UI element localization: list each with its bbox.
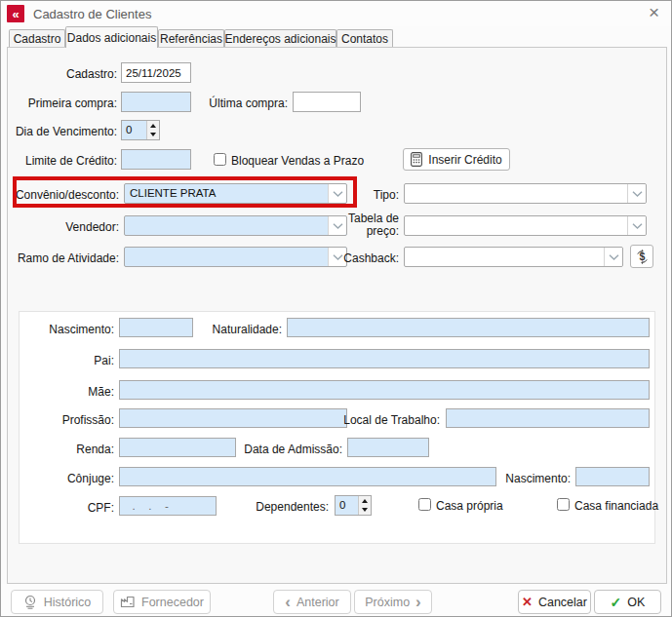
dependentes-value: 0 [336,496,358,515]
limite-credito-label: Limite de Crédito: [25,154,117,168]
historico-label: Histórico [44,596,92,609]
tipo-value [405,184,627,203]
profissao-label: Profissão: [62,413,114,427]
spin-up-icon[interactable] [359,496,371,506]
tab-dados-adicionais[interactable]: Dados adicionais [65,26,158,48]
inserir-credito-button[interactable]: Inserir Crédito [403,148,510,171]
conjuge-label: Cônjuge: [67,472,114,485]
convenio-combobox[interactable]: CLIENTE PRATA [124,183,347,204]
tabela-preco-combobox[interactable] [404,215,647,236]
dia-vencimento-label: Dia de Vencimento: [16,125,117,138]
fornecedor-button[interactable]: Fornecedor [113,590,211,614]
titlebar[interactable]: « Cadastro de Clientes × [1,1,671,26]
ok-check-icon: ✓ [611,595,622,610]
casa-financiada-label: Casa financiada [574,499,658,513]
tab-referencias[interactable]: Referências [158,29,224,47]
vendedor-combobox[interactable] [124,215,347,236]
cashback-value [405,248,604,266]
app-logo-icon: « [7,5,24,22]
data-admissao-label: Data de Admissão: [244,443,342,456]
window-cadastro-de-clientes: « Cadastro de Clientes × Cadastro Dados … [0,0,672,617]
conjuge-nascimento-input[interactable] [575,467,650,486]
spin-down-icon[interactable] [147,131,159,140]
casa-financiada-checkbox[interactable] [557,498,570,511]
ultima-compra-label: Última compra: [209,96,288,110]
vendedor-value [125,216,328,235]
cadastro-date-input[interactable] [121,62,191,83]
convenio-label: Convênio/desconto: [16,188,119,202]
ramo-atividade-value [125,248,328,266]
ultima-compra-input[interactable] [293,92,361,112]
spin-down-icon[interactable] [359,506,371,516]
chevron-down-icon[interactable] [627,216,646,235]
primeira-compra-label: Primeira compra: [28,96,117,110]
nascimento-input[interactable] [119,318,193,337]
bloquear-vendas-label: Bloquear Vendas a Prazo [231,154,364,168]
ok-button[interactable]: ✓ OK [594,590,661,614]
anterior-label: Anterior [296,596,339,609]
tipo-combobox[interactable] [404,183,647,204]
chevron-down-icon[interactable] [328,184,346,203]
ramo-atividade-combobox[interactable] [124,247,347,267]
renda-label: Renda: [76,443,114,456]
dependentes-label: Dependentes: [256,500,329,514]
proximo-button[interactable]: Próximo › [354,590,432,614]
cashback-combobox[interactable] [404,247,623,267]
conjuge-nascimento-label: Nascimento: [505,472,571,485]
mae-label: Mãe: [88,385,114,399]
chevron-left-icon: ‹ [285,595,291,609]
bloquear-vendas-checkbox[interactable] [214,153,226,166]
proximo-label: Próximo [365,596,410,609]
tab-contatos[interactable]: Contatos [336,29,393,47]
historico-button[interactable]: Histórico [11,590,103,614]
casa-propria-label: Casa própria [436,499,503,513]
tabela-preco-value [405,216,627,235]
naturalidade-label: Naturalidade: [213,323,282,336]
chevron-down-icon[interactable] [604,248,622,266]
nascimento-label: Nascimento: [49,323,114,336]
vendedor-label: Vendedor: [65,220,119,234]
renda-input[interactable] [119,438,236,457]
casa-propria-checkbox[interactable] [418,498,431,511]
ramo-atividade-label: Ramo de Atividade: [18,251,119,265]
close-icon[interactable]: × [649,3,659,22]
cpf-input[interactable] [119,496,217,516]
data-admissao-input[interactable] [347,438,429,457]
ok-label: OK [627,596,645,609]
local-trabalho-label: Local de Trabalho: [343,413,440,427]
cashback-label: Cashback: [343,251,399,265]
profissao-input[interactable] [119,408,347,428]
conjuge-input[interactable] [119,467,496,486]
dependentes-stepper[interactable]: 0 [335,495,372,516]
cpf-label: CPF: [88,501,114,515]
dia-vencimento-value: 0 [122,121,146,139]
mae-input[interactable] [119,380,650,400]
dia-vencimento-stepper[interactable]: 0 [121,120,160,140]
chevron-right-icon: › [415,595,421,609]
limite-credito-input[interactable] [121,149,191,170]
anterior-button[interactable]: ‹ Anterior [273,590,351,614]
pai-input[interactable] [119,349,650,368]
cashback-exchange-button[interactable]: $ [630,245,653,268]
primeira-compra-input[interactable] [121,92,191,112]
window-title: Cadastro de Clientes [33,7,151,21]
convenio-value: CLIENTE PRATA [125,184,328,203]
pai-label: Pai: [94,354,114,367]
calculator-icon [411,152,422,167]
chevron-down-icon[interactable] [627,184,646,203]
money-exchange-icon: $ [635,250,650,264]
cancelar-label: Cancelar [538,596,587,609]
local-trabalho-input[interactable] [446,408,650,428]
naturalidade-input[interactable] [287,318,650,337]
tab-enderecos-adicionais[interactable]: Endereços adicionais [224,29,336,47]
fornecedor-label: Fornecedor [141,596,204,609]
cadastro-label: Cadastro: [66,67,117,81]
svg-text:$: $ [639,251,645,262]
spin-up-icon[interactable] [147,121,159,131]
cancelar-button[interactable]: ✕ Cancelar [518,590,591,614]
tab-cadastro[interactable]: Cadastro [9,29,65,47]
cancel-x-icon: ✕ [522,595,533,609]
tabela-preco-label: Tabela de preço: [338,212,399,238]
factory-icon [120,596,136,608]
tipo-label: Tipo: [374,188,399,202]
